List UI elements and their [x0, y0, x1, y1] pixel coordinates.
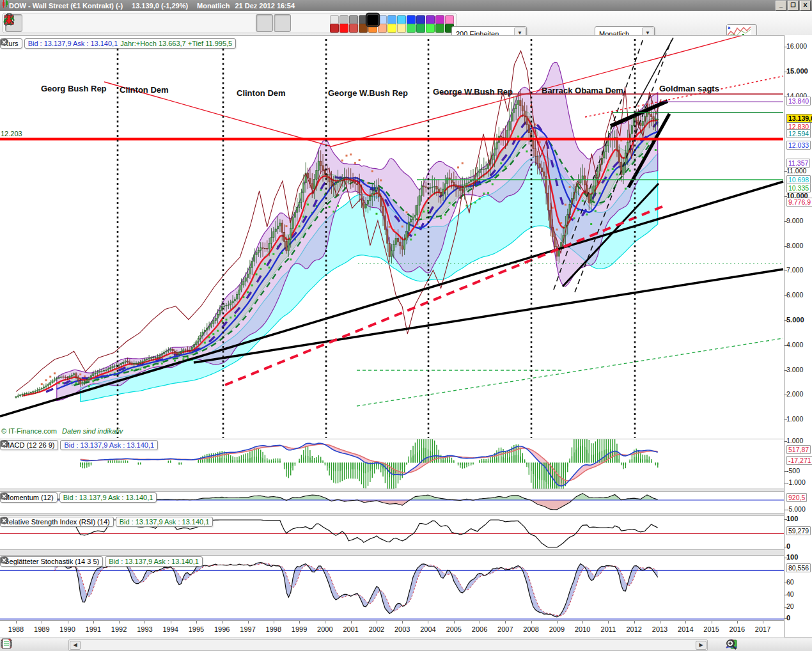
- axis-tick: [785, 583, 787, 583]
- zoom-tool-button[interactable]: [59, 14, 76, 32]
- axis-label: 12.033: [786, 141, 811, 150]
- hline-tool-button[interactable]: [113, 14, 130, 32]
- settings-tool-button[interactable]: [220, 14, 237, 32]
- color-swatch[interactable]: [387, 24, 396, 33]
- color-swatch[interactable]: [378, 24, 387, 33]
- color-swatch[interactable]: [397, 24, 406, 33]
- stoch-header: Geglätteter Stochastik (14 3 5)Bid : 13.…: [0, 556, 203, 567]
- color-swatch[interactable]: [387, 15, 396, 24]
- zoom-in-icon[interactable]: [794, 639, 809, 651]
- year-tick: [222, 621, 223, 624]
- color-swatch[interactable]: [435, 15, 444, 24]
- color-swatch[interactable]: [397, 15, 406, 24]
- mom-quote-box: Bid : 13.137,9 Ask : 13.140,1: [59, 492, 157, 503]
- axis-tick: [785, 370, 787, 371]
- axis-tick: [785, 519, 787, 520]
- color-swatch[interactable]: [349, 15, 358, 24]
- momentum-panel[interactable]: Momentum (12)Bid : 13.137,9 Ask : 13.140…: [0, 491, 784, 514]
- color-swatch[interactable]: [426, 24, 435, 33]
- year-tick: [685, 621, 686, 624]
- color-swatch[interactable]: [330, 24, 339, 33]
- year-tick: [737, 621, 738, 624]
- time-axis[interactable]: 1988198919901991199219931994199519961997…: [0, 620, 784, 638]
- sell-arrow-button[interactable]: [309, 14, 327, 32]
- print-icon[interactable]: [20, 639, 36, 651]
- close-icon[interactable]: [0, 492, 8, 500]
- year-tick: [93, 621, 94, 624]
- close-icon[interactable]: [0, 517, 8, 524]
- horizontal-scrollbar[interactable]: ◀ ▶: [68, 639, 708, 651]
- scroll-right-button[interactable]: ▶: [696, 641, 707, 650]
- restore-button[interactable]: ❐: [788, 1, 799, 11]
- year-label: 1998: [266, 625, 281, 633]
- year-label: 1994: [162, 625, 178, 633]
- color-swatch[interactable]: [378, 15, 387, 24]
- color-swatch[interactable]: [426, 15, 435, 24]
- ruler-tool-button[interactable]: [23, 14, 40, 32]
- scroll-left-button[interactable]: ◀: [70, 641, 81, 650]
- rsi-title-box: Relative Strength Index (RSI) (14): [0, 517, 114, 527]
- color-swatch[interactable]: [330, 15, 339, 24]
- point-tool-button[interactable]: [77, 14, 94, 32]
- parallel-tool-button[interactable]: [202, 14, 219, 32]
- zoom-range-icon[interactable]: [748, 639, 763, 651]
- minimize-button[interactable]: _: [776, 1, 786, 11]
- alarm-tool-button[interactable]: [41, 14, 58, 32]
- color-palette: [330, 15, 454, 31]
- year-label: 2014: [678, 625, 693, 633]
- buy-arrow-button[interactable]: [292, 14, 309, 32]
- close-icon[interactable]: [0, 38, 8, 46]
- drawing-toolbar: T: [2, 13, 457, 33]
- vline-tool-button[interactable]: [130, 14, 148, 32]
- year-label: 2015: [703, 625, 719, 633]
- axis-tick: [785, 595, 787, 595]
- axis-label: 2.000: [786, 390, 803, 398]
- axis-label: -500: [786, 467, 800, 475]
- color-swatch[interactable]: [340, 15, 348, 24]
- close-button[interactable]: X: [800, 1, 811, 11]
- trendline-tool-button[interactable]: [95, 14, 112, 32]
- year-tick: [299, 621, 300, 624]
- main-chart-panel[interactable]: Kurs Bid : 13.137,9 Ask : 13.140,1 Jahr:…: [0, 35, 784, 439]
- color-swatch[interactable]: [416, 15, 425, 24]
- year-label: 2013: [652, 625, 668, 633]
- barchart-style-button[interactable]: [274, 14, 291, 32]
- color-swatch[interactable]: [340, 24, 348, 33]
- color-swatch[interactable]: [416, 24, 425, 33]
- price-axis[interactable]: 16.00015.00014.00011.00010.0009.0008.000…: [784, 35, 812, 637]
- year-tick: [377, 621, 377, 624]
- axis-label: 6.000: [786, 291, 803, 299]
- rsi-panel[interactable]: Relative Strength Index (RSI) (14)Bid : …: [0, 515, 784, 550]
- color-swatch[interactable]: [367, 14, 379, 26]
- text-tool-button[interactable]: T: [166, 14, 183, 32]
- color-swatch[interactable]: [349, 24, 358, 33]
- stochastic-panel[interactable]: Geglätteter Stochastik (14 3 5)Bid : 13.…: [0, 555, 784, 622]
- year-label: 1995: [189, 625, 204, 633]
- axis-label: 16.000: [786, 42, 807, 50]
- axis-label: 5.000: [786, 316, 804, 324]
- scale-tool-button[interactable]: [184, 14, 201, 32]
- axis-label: -1.000: [786, 478, 806, 486]
- disconnect-icon[interactable]: [40, 639, 55, 651]
- year-label: 2017: [755, 625, 770, 633]
- color-swatch[interactable]: [445, 15, 454, 24]
- year-tick: [68, 621, 68, 624]
- color-swatch[interactable]: [359, 24, 368, 33]
- close-icon[interactable]: [0, 556, 8, 564]
- axis-label: 20: [786, 602, 794, 610]
- color-swatch[interactable]: [407, 24, 416, 33]
- macd-panel[interactable]: MACD (12 26 9)Bid : 13.137,9 Ask : 13.14…: [0, 439, 784, 489]
- color-swatch[interactable]: [435, 24, 444, 33]
- trash-tool-button[interactable]: [238, 14, 255, 32]
- window-title-quote: 13.139,0 (-1,29%): [132, 2, 188, 10]
- color-swatch[interactable]: [407, 15, 416, 24]
- linechart-style-button[interactable]: [256, 14, 273, 32]
- year-tick: [531, 621, 532, 624]
- title-bar[interactable]: DOW - Wall Street (€1 Kontrakt) (-) 13.1…: [0, 0, 812, 11]
- color-swatch[interactable]: [359, 15, 368, 24]
- zoom-out-icon[interactable]: [771, 639, 786, 651]
- macd-header: MACD (12 26 9)Bid : 13.137,9 Ask : 13.14…: [0, 440, 158, 450]
- axis-tick: [785, 607, 787, 608]
- indicator-tool-button[interactable]: [148, 14, 166, 32]
- close-icon[interactable]: [0, 440, 8, 448]
